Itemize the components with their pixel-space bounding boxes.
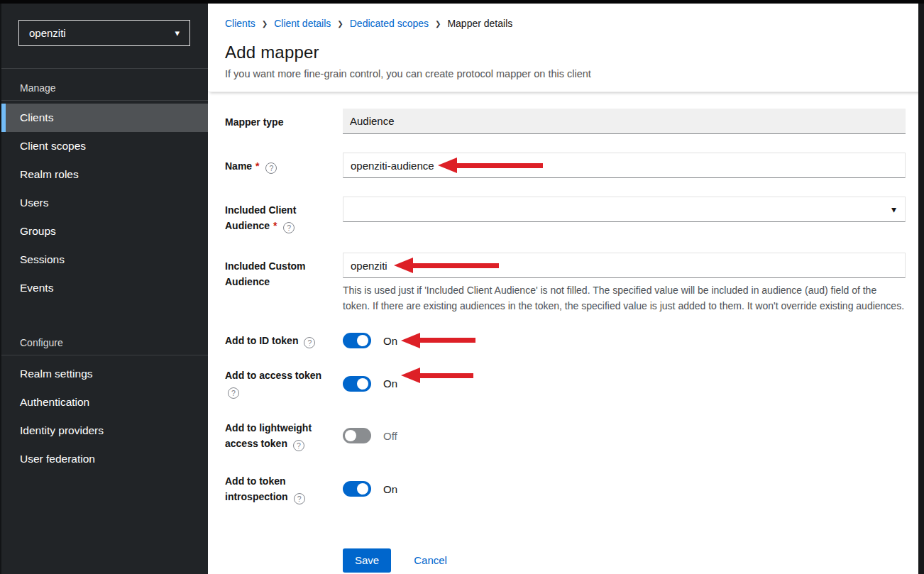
keycloak-admin-page: openziti ▾ Manage Clients Client scopes …: [0, 0, 924, 574]
toggle-knob: [345, 430, 356, 441]
add-to-access-token-label: Add to access token ?: [225, 368, 343, 399]
help-icon[interactable]: ?: [265, 162, 277, 174]
included-custom-audience-label: Included Custom Audience: [225, 253, 343, 314]
arrow-head: [401, 368, 420, 383]
form-row-included-client-audience: Included Client Audience * ? ▾: [225, 197, 906, 233]
sidebar-item-sessions[interactable]: Sessions: [1, 245, 208, 274]
form-row-add-to-token-introspection: Add to token introspection ? On: [225, 473, 906, 504]
included-client-audience-field-wrap: ▾: [343, 197, 906, 233]
name-input[interactable]: [343, 153, 906, 178]
included-client-audience-select[interactable]: ▾: [343, 197, 906, 222]
chevron-right-icon: ❯: [262, 19, 268, 28]
form-row-add-to-id-token: Add to ID token ? On: [225, 333, 906, 349]
toggle-state-label: On: [383, 377, 397, 390]
included-client-audience-label: Included Client Audience * ?: [225, 197, 343, 233]
add-to-token-introspection-toggle[interactable]: [343, 481, 371, 497]
name-label: Name * ?: [225, 153, 343, 178]
help-icon[interactable]: ?: [294, 493, 305, 504]
toggle-state-label: Off: [383, 430, 397, 442]
nav-section-configure: Configure Realm settings Authentication …: [1, 324, 208, 473]
mapper-type-value: Audience: [343, 109, 906, 134]
add-to-token-introspection-field: On: [343, 473, 906, 504]
form-row-included-custom-audience: Included Custom Audience This is used ju…: [225, 253, 906, 314]
sidebar-item-groups[interactable]: Groups: [1, 217, 208, 245]
sidebar-item-identity-providers[interactable]: Identity providers: [1, 416, 208, 445]
save-button[interactable]: Save: [343, 548, 391, 573]
sidebar-item-realm-roles[interactable]: Realm roles: [1, 160, 208, 189]
sidebar: openziti ▾ Manage Clients Client scopes …: [0, 0, 208, 574]
toggle-state-label: On: [383, 335, 397, 347]
realm-selector[interactable]: openziti ▾: [18, 20, 190, 46]
form-row-add-to-lightweight-access-token: Add to lightweight access token ? Off: [225, 420, 906, 451]
add-to-access-token-toggle[interactable]: [343, 376, 371, 392]
add-to-token-introspection-label: Add to token introspection ?: [225, 473, 343, 504]
form-row-add-to-access-token: Add to access token ? On: [225, 368, 906, 399]
toggle-state-label: On: [383, 483, 397, 495]
name-field-wrap: [343, 153, 906, 178]
arrow-shaft: [420, 338, 475, 343]
cancel-button[interactable]: Cancel: [414, 554, 447, 566]
help-icon[interactable]: ?: [283, 222, 295, 233]
arrow-shaft: [420, 373, 473, 378]
chevron-right-icon: ❯: [435, 19, 441, 28]
sidebar-item-user-federation[interactable]: User federation: [1, 445, 208, 473]
chevron-right-icon: ❯: [337, 19, 343, 28]
page-header: Clients ❯ Client details ❯ Dedicated sco…: [208, 4, 924, 92]
mapper-type-field-wrap: Audience: [343, 109, 906, 134]
add-to-lightweight-access-token-field: Off: [343, 420, 906, 451]
annotation-arrow: [401, 368, 473, 383]
breadcrumb: Clients ❯ Client details ❯ Dedicated sco…: [225, 18, 907, 29]
arrow-head: [401, 333, 420, 348]
required-marker: *: [273, 220, 277, 231]
form-row-mapper-type: Mapper type Audience: [225, 109, 906, 134]
breadcrumb-clients[interactable]: Clients: [225, 18, 255, 29]
included-custom-audience-input[interactable]: [343, 253, 906, 278]
add-to-lightweight-access-token-label: Add to lightweight access token ?: [225, 420, 343, 451]
breadcrumb-mapper-details: Mapper details: [447, 18, 512, 29]
nav-list-configure: Realm settings Authentication Identity p…: [1, 355, 208, 473]
add-to-lightweight-access-token-toggle[interactable]: [343, 428, 371, 443]
included-custom-audience-helper-text: This is used just if 'Included Client Au…: [343, 283, 906, 314]
sidebar-item-events[interactable]: Events: [1, 274, 208, 302]
add-to-id-token-field: On: [343, 333, 906, 349]
annotation-arrow: [401, 333, 475, 348]
form-actions: Save Cancel: [343, 548, 906, 573]
toggle-knob: [357, 335, 368, 346]
scrollbar[interactable]: [918, 0, 924, 574]
add-to-id-token-toggle[interactable]: [343, 333, 371, 348]
sidebar-item-clients[interactable]: Clients: [1, 104, 208, 132]
sidebar-item-realm-settings[interactable]: Realm settings: [1, 360, 208, 388]
nav-list-manage: Clients Client scopes Realm roles Users …: [1, 100, 208, 302]
caret-down-icon: ▾: [175, 28, 180, 38]
page-title: Add mapper: [225, 43, 907, 62]
form-row-name: Name * ?: [225, 153, 906, 178]
sidebar-item-client-scopes[interactable]: Client scopes: [1, 132, 208, 160]
page-subtitle: If you want more fine-grain control, you…: [225, 68, 907, 79]
add-mapper-form: Mapper type Audience Name * ?: [208, 92, 924, 573]
included-custom-audience-field-wrap: This is used just if 'Included Client Au…: [343, 253, 906, 314]
realm-selector-value: openziti: [29, 27, 66, 39]
mapper-type-label: Mapper type: [225, 109, 343, 134]
help-icon[interactable]: ?: [228, 387, 239, 399]
add-to-access-token-field: On: [343, 368, 906, 399]
nav-section-title-configure: Configure: [1, 324, 208, 355]
sidebar-item-users[interactable]: Users: [1, 189, 208, 217]
window-top-bar: [0, 0, 924, 4]
breadcrumb-dedicated-scopes[interactable]: Dedicated scopes: [350, 18, 429, 29]
add-to-id-token-label: Add to ID token ?: [225, 333, 343, 349]
required-marker: *: [255, 160, 260, 172]
toggle-knob: [357, 483, 368, 495]
breadcrumb-client-details[interactable]: Client details: [274, 18, 331, 29]
main-content: Clients ❯ Client details ❯ Dedicated sco…: [208, 4, 924, 574]
help-icon[interactable]: ?: [304, 337, 315, 348]
toggle-knob: [357, 378, 368, 390]
sidebar-item-authentication[interactable]: Authentication: [1, 388, 208, 416]
help-icon[interactable]: ?: [293, 440, 304, 451]
caret-down-icon: ▾: [891, 204, 896, 215]
nav-section-title-manage: Manage: [1, 69, 208, 100]
